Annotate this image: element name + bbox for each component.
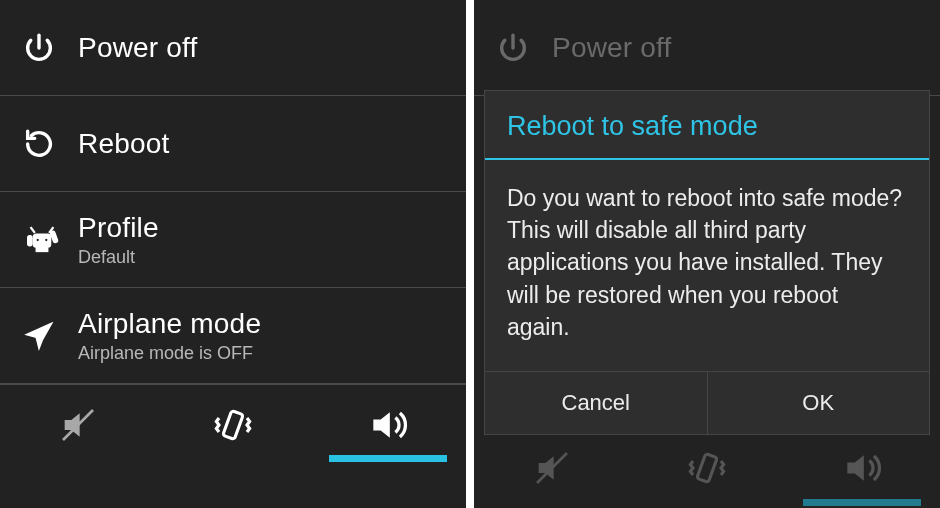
power-off-label: Power off	[78, 32, 198, 64]
sound-silent[interactable]	[0, 385, 155, 464]
reboot-label: Reboot	[78, 128, 170, 160]
airplane-label: Airplane mode	[78, 308, 261, 340]
sound-mode-bar	[0, 384, 466, 464]
sound-ring[interactable]	[311, 385, 466, 464]
power-menu-panel-with-dialog: Power off	[474, 0, 940, 508]
reboot-item[interactable]: Reboot	[0, 96, 466, 192]
power-off-item[interactable]: Power off	[0, 0, 466, 96]
svg-point-2	[36, 238, 40, 242]
sound-mode-bar	[474, 428, 940, 508]
power-menu-panel: Power off Reboot Profile	[0, 0, 466, 508]
power-icon	[496, 31, 552, 65]
sound-ring	[785, 428, 940, 508]
profile-icon	[22, 223, 78, 257]
cancel-button[interactable]: Cancel	[485, 372, 708, 434]
svg-rect-11	[697, 454, 717, 483]
sound-vibrate[interactable]	[155, 385, 310, 464]
reboot-icon	[22, 127, 78, 161]
dialog-title: Reboot to safe mode	[485, 91, 929, 160]
power-off-label: Power off	[552, 32, 672, 64]
svg-rect-1	[36, 247, 47, 251]
power-icon	[22, 31, 78, 65]
airplane-icon	[22, 319, 78, 353]
airplane-item[interactable]: Airplane mode Airplane mode is OFF	[0, 288, 466, 384]
svg-line-4	[31, 227, 35, 233]
dialog-button-bar: Cancel OK	[485, 371, 929, 434]
profile-label: Profile	[78, 212, 159, 244]
sound-silent	[474, 428, 629, 508]
profile-item[interactable]: Profile Default	[0, 192, 466, 288]
svg-rect-9	[223, 410, 243, 439]
airplane-sub: Airplane mode is OFF	[78, 343, 261, 364]
profile-sub: Default	[78, 247, 159, 268]
sound-vibrate	[629, 428, 784, 508]
ok-button[interactable]: OK	[708, 372, 930, 434]
svg-point-3	[44, 238, 48, 242]
safe-mode-dialog: Reboot to safe mode Do you want to reboo…	[484, 90, 930, 435]
svg-rect-6	[28, 235, 32, 245]
dialog-body: Do you want to reboot into safe mode? Th…	[485, 160, 929, 371]
power-off-item: Power off	[474, 0, 940, 96]
svg-rect-7	[50, 230, 58, 242]
